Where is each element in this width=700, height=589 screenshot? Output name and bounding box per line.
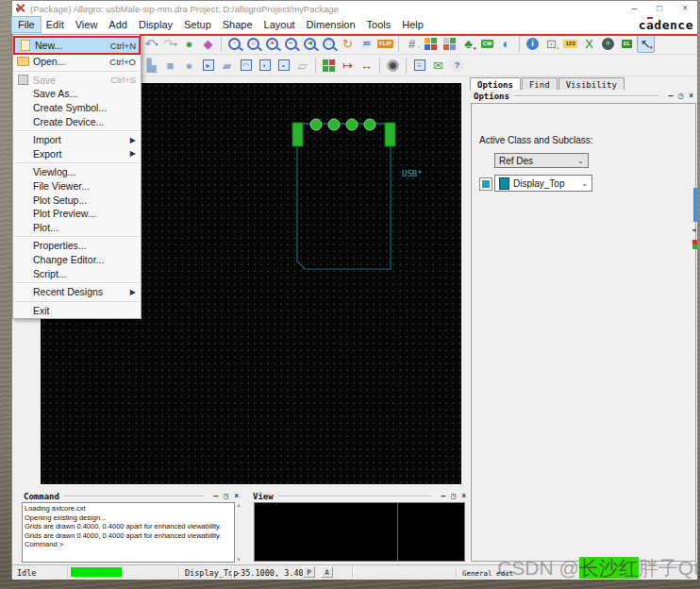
menu-item-plot[interactable]: Plot... xyxy=(13,221,141,235)
menu-item-create-symbol[interactable]: Create Symbol... xyxy=(13,101,141,115)
pane-minimize-icon[interactable]: – xyxy=(669,93,674,100)
menubar-item-add[interactable]: Add xyxy=(103,17,133,32)
subclass-select[interactable]: Display_Top ⌄ xyxy=(494,175,592,192)
pane-float-icon[interactable]: ◳ xyxy=(224,493,228,500)
menu-item-viewlog[interactable]: Viewlog... xyxy=(13,165,141,179)
menu-item-open[interactable]: Open...Ctrl+O xyxy=(13,55,141,69)
pane-minimize-icon[interactable]: – xyxy=(214,493,219,500)
ruler-123-icon[interactable]: 123 xyxy=(561,35,579,53)
add-circle-icon[interactable]: + xyxy=(599,35,617,53)
menubar-item-tools[interactable]: Tools xyxy=(361,17,397,32)
shape-edit-boundary-icon[interactable]: ▰ xyxy=(218,57,236,75)
snapshot-camera-icon[interactable]: ◉ xyxy=(384,57,402,75)
color192-icon[interactable] xyxy=(422,35,440,53)
menu-item-create-device[interactable]: Create Device... xyxy=(13,114,141,128)
command-console[interactable]: Loading axlcore.cxtOpening existing desi… xyxy=(22,502,235,563)
flip-design-icon[interactable]: FLIP xyxy=(376,35,394,53)
menubar-item-setup[interactable]: Setup xyxy=(178,17,217,32)
menubar-item-file[interactable]: File xyxy=(12,17,41,32)
help-icon[interactable]: ? xyxy=(448,57,466,75)
menu-item-properties[interactable]: Properties... xyxy=(13,239,141,253)
dimension-linear-icon[interactable]: ↔ xyxy=(358,57,375,75)
dimension-icon[interactable]: ↦ xyxy=(339,57,357,75)
menubar-item-display[interactable]: Display xyxy=(133,17,178,32)
waive-icon[interactable]: X xyxy=(580,35,598,53)
subclass-visible-checkbox[interactable] xyxy=(479,177,492,191)
redraw-icon[interactable]: ↻ xyxy=(339,35,357,53)
menubar-item-dimension[interactable]: Dimension xyxy=(301,17,361,32)
menu-item-change-editor[interactable]: Change Editor... xyxy=(13,253,141,267)
fix-icon[interactable]: ● xyxy=(180,35,198,53)
menu-item-exit[interactable]: Exit xyxy=(13,304,141,318)
pane-close-icon[interactable]: × xyxy=(234,493,239,500)
menu-item-save-as[interactable]: Save As... xyxy=(13,87,141,101)
info-icon[interactable]: i xyxy=(524,35,542,53)
cm-table-icon[interactable]: CM xyxy=(478,35,496,53)
circle-void-icon[interactable]: • xyxy=(275,57,292,75)
menu-item-new[interactable]: New...Ctrl+N xyxy=(13,36,141,55)
maximize-button[interactable]: □ xyxy=(657,2,662,15)
menu-shortcut: Ctrl+N xyxy=(110,41,136,51)
scroll-up-icon[interactable]: ▲ xyxy=(236,502,242,508)
pick-button[interactable]: P xyxy=(303,566,315,578)
menubar-item-layout[interactable]: Layout xyxy=(258,17,301,32)
shadow-mode-icon[interactable]: ♣● xyxy=(459,35,477,53)
zoom-fit-icon[interactable]: ○ xyxy=(244,35,262,53)
view-3d-icon[interactable]: 3D xyxy=(358,35,375,53)
options-pane-titlebar[interactable]: Options – ◳ × xyxy=(470,90,697,103)
pin-icon[interactable]: ◆ xyxy=(199,35,217,53)
zoom-previous-icon[interactable]: ◄ xyxy=(301,35,319,53)
pane-float-icon[interactable]: ◳ xyxy=(451,493,456,500)
menu-item-script[interactable]: Script... xyxy=(13,266,141,280)
zoom-in-icon[interactable]: + xyxy=(263,35,281,53)
close-button[interactable]: × xyxy=(682,2,688,15)
menu-item-save[interactable]: SaveCtrl+S xyxy=(13,74,141,88)
titlebar[interactable]: (Package) Allegro: usbMale-sip-mm.dra Pr… xyxy=(12,1,697,16)
pane-close-icon[interactable]: × xyxy=(461,493,466,500)
mail-icon[interactable]: ✉ xyxy=(429,57,447,75)
edge-collapse-icon[interactable]: ◄ xyxy=(691,227,697,233)
color-priority-icon[interactable] xyxy=(441,35,458,53)
class-select[interactable]: Ref Des ⌄ xyxy=(494,153,589,168)
menu-item-plot-preview[interactable]: Plot Preview... xyxy=(13,207,141,221)
menu-item-import[interactable]: Import▶ xyxy=(13,133,141,147)
pane-float-icon[interactable]: ◳ xyxy=(678,93,683,100)
measure-icon[interactable]: ⊡● xyxy=(542,35,560,53)
scroll-down-icon[interactable]: ▼ xyxy=(236,557,242,563)
menu-item-plot-setup[interactable]: Plot Setup... xyxy=(13,193,141,207)
redo-icon[interactable]: ↷▾ xyxy=(161,35,179,53)
shape-select-icon[interactable]: ▸ xyxy=(199,57,217,75)
general-edit-app-icon[interactable]: ↖● xyxy=(637,35,655,53)
shape-circle-icon[interactable]: ● xyxy=(180,57,198,75)
menubar-item-edit[interactable]: Edit xyxy=(41,17,70,32)
zoom-world-icon[interactable]: □ xyxy=(320,35,338,53)
angle-button[interactable]: A xyxy=(321,566,333,578)
menu-item-file-viewer[interactable]: File Viewer... xyxy=(13,179,141,194)
zoom-points-icon[interactable]: · xyxy=(225,35,243,53)
pane-minimize-icon[interactable]: – xyxy=(442,493,446,500)
menubar-item-shape[interactable]: Shape xyxy=(217,17,258,32)
el-icon[interactable]: EL xyxy=(618,35,636,53)
shape-defer-icon[interactable]: ▱ xyxy=(293,57,311,75)
shape-rect-icon[interactable]: ■ xyxy=(161,57,179,75)
copy-clipboard-icon[interactable]: ≡ xyxy=(410,57,428,75)
world-view-icon[interactable]: ◐ xyxy=(497,35,515,53)
menubar-item-help[interactable]: Help xyxy=(396,17,429,32)
minimize-button[interactable]: – xyxy=(632,2,638,15)
view-pane-titlebar[interactable]: View – ◳ × xyxy=(249,490,470,503)
menubar-item-view[interactable]: View xyxy=(70,17,104,32)
menu-item-export[interactable]: Export▶ xyxy=(13,147,141,161)
zoom-out-icon[interactable]: − xyxy=(282,35,300,53)
view-minimap[interactable] xyxy=(254,502,465,562)
undo-icon[interactable]: ↶▾ xyxy=(142,35,160,53)
shape-arc-icon[interactable]: ◠ xyxy=(237,57,255,75)
pane-close-icon[interactable]: × xyxy=(689,93,693,100)
padstack-icon[interactable] xyxy=(320,57,338,75)
command-pane-titlebar[interactable]: Command – ◳ × xyxy=(20,490,242,503)
command-scrollbar[interactable]: ▲▼ xyxy=(235,502,242,563)
rect-void-icon[interactable]: ▪ xyxy=(256,57,274,75)
grid-toggle-icon[interactable]: #* xyxy=(403,35,421,53)
menu-item-recent-designs[interactable]: Recent Designs▶ xyxy=(13,285,141,299)
docked-scrollbar-edge[interactable] xyxy=(693,188,697,222)
shape-add-icon[interactable]: ▙ xyxy=(142,57,160,75)
